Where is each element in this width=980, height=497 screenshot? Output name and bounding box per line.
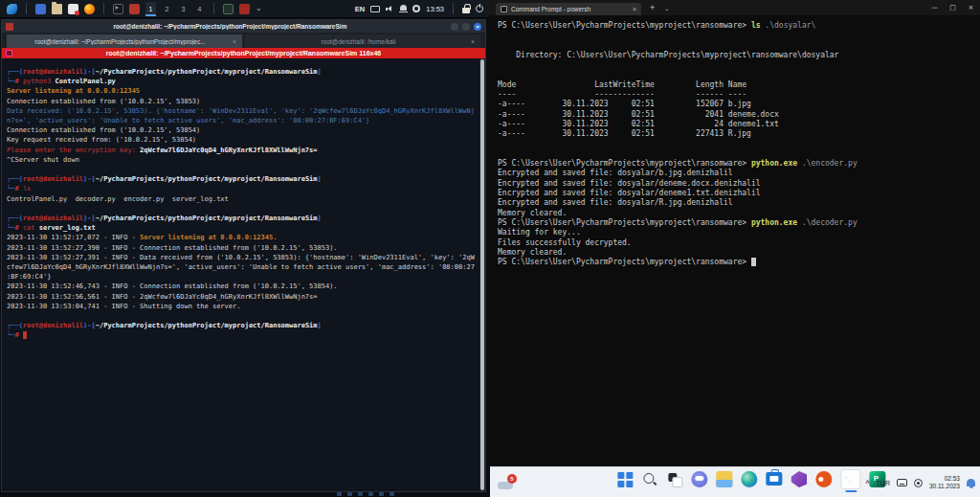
terminal-line: Encrypted and saved file: dosyalar/denem… (498, 189, 980, 198)
terminal-text-segment: Key request received from: ('10.0.2.15',… (7, 136, 196, 144)
chevron-up-icon[interactable]: ^ (865, 480, 869, 486)
ubuntu-icon[interactable] (815, 471, 832, 487)
powershell-output[interactable]: PS C:\Users\User\PycharmProjects\myproje… (490, 15, 980, 460)
minimize-button[interactable]: — (925, 0, 944, 15)
banner-text: root@denizhalil: ~/PycharmProjects/pytho… (106, 50, 382, 56)
start-button[interactable] (616, 471, 633, 487)
firefox-icon[interactable] (84, 4, 95, 14)
display-icon[interactable] (370, 6, 380, 12)
terminal-line: ┌──(root@denizhalil)-[~/PycharmProjects/… (7, 321, 477, 330)
terminal-text-segment: PS C:\Users\User\PycharmProjects\myproje… (498, 258, 751, 266)
terminal-text-segment: ls (23, 185, 31, 192)
terminal-line: 2023-11-30 13:52:27,390 - INFO - Connect… (7, 243, 477, 253)
terminal-text-segment: ControlPanel.py (51, 78, 115, 85)
window-titlebar[interactable]: root@denizhalil: ~/PycharmProjects/pytho… (2, 20, 485, 33)
close-button[interactable]: × (474, 23, 481, 31)
chevron-down-icon[interactable]: ⌄ (256, 4, 262, 13)
workspace-3[interactable]: 3 (178, 2, 189, 16)
file-explorer-icon[interactable] (716, 471, 732, 487)
terminal-line: Server listening at 0.0.0.0:12345 (7, 86, 477, 96)
terminal-line (498, 60, 980, 70)
tray-app-red-icon[interactable] (239, 4, 250, 14)
terminal-text-segment: -a---- 30.11.2023 02:51 2041 deneme.docx (498, 110, 779, 119)
terminal-line: Connection established from ('10.0.2.15'… (7, 97, 477, 106)
tray-app-green-icon[interactable] (223, 4, 234, 14)
tab-close-icon[interactable]: × (633, 6, 636, 12)
terminal-tab-command-prompt[interactable]: Command Prompt - powersh × (496, 3, 641, 15)
volume-icon[interactable] (386, 5, 394, 13)
panel-separator (453, 3, 454, 14)
keyboard-layout-indicator[interactable]: EN (355, 5, 365, 13)
edge-icon[interactable] (741, 471, 757, 487)
terminal-text-segment: -a---- 30.11.2023 02:51 227413 R.jpg (498, 129, 751, 138)
close-button[interactable]: × (962, 0, 980, 15)
notification-bell-icon[interactable] (967, 479, 975, 486)
terminal-tab-home-kali[interactable]: root@denizhalil: /home/kali × (245, 34, 480, 48)
bell-icon[interactable] (400, 5, 407, 11)
scrollbar-thumb[interactable] (480, 59, 484, 490)
search-icon[interactable] (641, 471, 657, 487)
terminal-text-segment: .\dosyalar\ (761, 21, 816, 30)
terminal-line: ---- ------------- ------ ---- (498, 90, 980, 100)
panel-separator (213, 3, 214, 14)
terminal-text-segment: -a---- 30.11.2023 02:51 24 deneme1.txt (498, 120, 779, 128)
power-icon[interactable] (476, 5, 483, 12)
terminal-line: Data received: ('10.0.2.15', 53853). {'h… (7, 106, 477, 116)
visual-studio-icon[interactable] (791, 471, 807, 487)
terminal-text-segment: -a---- 30.11.2023 02:51 152067 b.jpg (498, 100, 751, 108)
terminal-text-segment: Server listening at 0.0.0.0:12345. (140, 234, 277, 241)
terminal-tab-ransomwaresim[interactable]: root@denizhalil: ~/PycharmProjects/pytho… (7, 34, 242, 48)
chat-icon[interactable] (691, 471, 707, 487)
taskbar-clock[interactable]: 02:53 30.11.2023 (929, 475, 960, 490)
vm-status-icons (337, 492, 452, 496)
app-window-icon[interactable] (35, 4, 46, 14)
terminal-text-segment: n7s=', 'active_users': 'Unable to fetch … (7, 117, 369, 124)
terminal-line: -a---- 30.11.2023 02:51 227413 R.jpg (498, 129, 980, 139)
tab-close-icon[interactable]: × (471, 38, 475, 45)
lock-icon[interactable] (462, 8, 470, 13)
kali-panel-right: EN 13:53 (355, 3, 483, 14)
widgets-button[interactable]: 5 (498, 474, 517, 491)
terminal-line: Please enter the encryption key: 2qWcfew… (7, 146, 477, 155)
tray-settings-icon[interactable] (914, 479, 923, 487)
workspace-4[interactable]: 4 (194, 2, 205, 16)
terminal-line (498, 41, 980, 51)
terminal-text-segment: Encrypted and saved file: dosyalar/denem… (498, 179, 761, 188)
maximize-button[interactable]: □ (944, 0, 962, 15)
kali-desktop: 1 2 3 4 ⌄ EN 13:53 (0, 0, 490, 497)
terminal-text-segment: python.exe (751, 218, 797, 227)
keyboard-icon[interactable] (897, 479, 907, 486)
terminal-scrollbar[interactable] (479, 58, 485, 491)
kali-terminal-output[interactable]: ┌──(root@denizhalil)-[~/PycharmProjects/… (2, 58, 479, 491)
kali-menu-icon[interactable] (7, 4, 17, 14)
terminal-line: Memory cleared. (498, 248, 980, 258)
screen: 1 2 3 4 ⌄ EN 13:53 (0, 0, 980, 497)
screenshot-tool-icon[interactable] (129, 4, 140, 14)
tab-close-icon[interactable]: × (233, 38, 236, 45)
file-manager-icon[interactable] (52, 4, 62, 14)
store-icon[interactable] (766, 472, 782, 486)
workspace-1[interactable]: 1 (145, 2, 156, 16)
terminal-text-segment: ┌──( (7, 322, 23, 329)
terminal-launcher-icon[interactable] (113, 4, 123, 14)
maximize-button[interactable] (462, 23, 470, 31)
windows-terminal-taskbar-button[interactable] (840, 469, 860, 489)
record-icon[interactable] (412, 5, 420, 12)
task-view-icon[interactable] (666, 471, 682, 487)
minimize-button[interactable] (451, 23, 458, 31)
new-tab-button[interactable]: + (650, 3, 655, 12)
language-indicator[interactable]: TUR (877, 480, 890, 486)
text-editor-icon[interactable] (68, 4, 78, 14)
terminal-line (7, 311, 477, 321)
terminal-text-segment: root@denizhalil (23, 322, 83, 329)
clock[interactable]: 13:53 (426, 5, 444, 13)
tab-dropdown-icon[interactable]: ⌄ (664, 5, 669, 11)
windows-taskbar: 5 ^ TUR (490, 466, 980, 497)
banner-terminal-icon (6, 50, 12, 56)
tab-label: root@denizhalil: ~/PycharmProjects/pytho… (12, 38, 228, 45)
vm-status-icon (358, 492, 363, 496)
terminal-line (498, 140, 980, 149)
workspace-2[interactable]: 2 (162, 2, 172, 16)
terminal-text-segment: 2023-11-30 13:52:17,072 - INFO - (7, 234, 140, 241)
terminal-text-segment: ^CServer shut down (7, 156, 79, 164)
